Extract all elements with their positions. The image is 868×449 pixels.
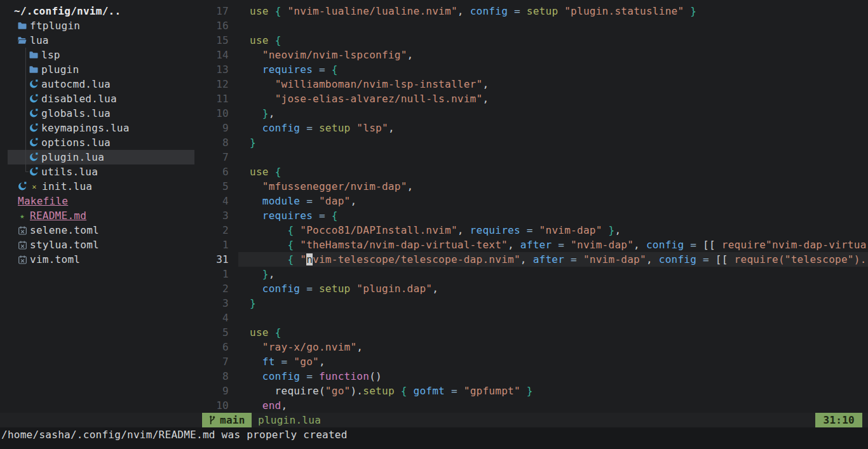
command-line-message: /home/sasha/.config/nvim/README.md was p… (0, 427, 868, 449)
line-number: 2 (195, 281, 229, 296)
tree-item[interactable]: Makefile (0, 194, 195, 208)
code-line[interactable]: 6use { (195, 164, 868, 179)
code-line[interactable]: 6 "ray-x/go.nvim", (195, 340, 868, 354)
code-line[interactable]: 14 "neovim/nvim-lspconfig", (195, 48, 868, 62)
code-line[interactable]: 12 "williamboman/nvim-lsp-installer", (195, 77, 868, 91)
tree-item-label: keymapings.lua (41, 122, 130, 134)
lua-icon (29, 109, 38, 119)
code-text: use { (229, 325, 281, 340)
code-line[interactable]: 15use { (195, 33, 868, 48)
toml-icon (18, 225, 27, 236)
tree-root-path: ~/.config/nvim/.. (0, 4, 195, 18)
tree-item-label: utils.lua (41, 166, 98, 178)
tree-item[interactable]: ftplugin (0, 18, 195, 33)
tree-item-label: disabled.lua (41, 93, 117, 105)
cursor-block: n (306, 253, 313, 265)
lua-icon (29, 94, 38, 104)
code-line[interactable]: 3 requires = { (195, 208, 868, 223)
folder-open-icon (18, 36, 27, 46)
code-line[interactable]: 16 (195, 18, 868, 33)
code-text: requires = { (229, 62, 338, 77)
star-icon: ★ (18, 211, 27, 221)
tree-item[interactable]: plugin (0, 62, 195, 77)
code-line[interactable]: 10 }, (195, 106, 868, 121)
code-text: config = function() (229, 369, 382, 384)
line-number: 5 (195, 325, 229, 340)
tree-item[interactable]: lua (0, 33, 195, 48)
code-line[interactable]: 1 { "theHamsta/nvim-dap-virtual-text", a… (195, 238, 868, 252)
code-line[interactable]: 17use { "nvim-lualine/lualine.nvim", con… (195, 4, 868, 18)
line-number: 1 (195, 238, 229, 252)
tree-item[interactable]: utils.lua (0, 164, 195, 179)
tree-item-label: options.lua (41, 137, 111, 149)
code-text (229, 311, 250, 325)
tree-item[interactable]: autocmd.lua (0, 77, 195, 91)
tree-item-label: init.lua (42, 180, 92, 192)
line-number: 8 (195, 135, 229, 150)
code-line[interactable]: 2 config = setup "plugin.dap", (195, 281, 868, 296)
tree-item[interactable]: disabled.lua (0, 91, 195, 106)
code-text: ft = "go", (229, 354, 325, 369)
tree-item[interactable]: vim.toml (0, 252, 195, 267)
tree-item-label: stylua.toml (30, 239, 99, 251)
code-line[interactable]: 5 "mfussenegger/nvim-dap", (195, 179, 868, 194)
code-line[interactable]: 7 ft = "go", (195, 354, 868, 369)
code-line[interactable]: 31 { "nvim-telescope/telescope-dap.nvim"… (195, 252, 868, 267)
lua-icon (29, 138, 38, 148)
code-line[interactable]: 13 requires = { (195, 62, 868, 77)
line-number: 9 (195, 121, 229, 135)
tree-item-label: selene.toml (30, 224, 99, 236)
code-line[interactable]: 5use { (195, 325, 868, 340)
code-text: "neovim/nvim-lspconfig", (229, 48, 413, 62)
tree-item[interactable]: lsp (0, 48, 195, 62)
toml-icon (18, 240, 27, 250)
code-line[interactable]: 4 (195, 311, 868, 325)
tree-item-label: Makefile (18, 195, 68, 207)
statusline-filename: plugin.lua (258, 413, 321, 427)
line-number: 31 (195, 252, 229, 267)
lua-icon (29, 152, 38, 163)
tree-item[interactable]: ★README.md (0, 208, 195, 223)
code-text: use { (229, 164, 281, 179)
line-number: 17 (195, 4, 229, 18)
tree-item[interactable]: ✕init.lua (0, 179, 195, 194)
code-line[interactable]: 3} (195, 296, 868, 311)
code-line[interactable]: 2 { "Pocco81/DAPInstall.nvim", requires … (195, 223, 868, 238)
line-number: 3 (195, 208, 229, 223)
code-text: { "Pocco81/DAPInstall.nvim", requires = … (229, 223, 621, 238)
tree-item[interactable]: options.lua (0, 135, 195, 150)
code-text: { "nvim-telescope/telescope-dap.nvim", a… (229, 252, 867, 267)
code-line[interactable]: 9 config = setup "lsp", (195, 121, 868, 135)
line-number: 10 (195, 106, 229, 121)
code-line[interactable]: 8} (195, 135, 868, 150)
line-number: 4 (195, 194, 229, 208)
tree-guide-line (25, 62, 29, 77)
tree-item-label: vim.toml (30, 253, 80, 265)
tree-item-label: README.md (30, 210, 86, 222)
tree-item[interactable]: selene.toml (0, 223, 195, 238)
code-text: "ray-x/go.nvim", (229, 340, 363, 354)
line-number: 5 (195, 179, 229, 194)
code-line[interactable]: 9 require("go").setup { gofmt = "gpfumpt… (195, 384, 868, 398)
line-number: 8 (195, 369, 229, 384)
code-line[interactable]: 7 (195, 150, 868, 164)
line-number: 3 (195, 296, 229, 311)
tree-item[interactable]: stylua.toml (0, 238, 195, 252)
line-number: 4 (195, 311, 229, 325)
tree-item[interactable]: keymapings.lua (0, 121, 195, 135)
tree-item[interactable]: globals.lua (0, 106, 195, 121)
code-line[interactable]: 1 }, (195, 267, 868, 281)
git-branch-icon (208, 415, 215, 426)
tree-item[interactable]: plugin.lua (0, 150, 195, 164)
code-line[interactable]: 4 module = "dap", (195, 194, 868, 208)
code-text (229, 150, 250, 164)
tree-items: ftpluginlualsppluginautocmd.luadisabled.… (0, 18, 195, 267)
lua-icon (29, 123, 38, 133)
code-line[interactable]: 11 "jose-elias-alvarez/null-ls.nvim", (195, 91, 868, 106)
line-number: 7 (195, 150, 229, 164)
tree-guide-line (25, 91, 29, 106)
code-editor[interactable]: 17use { "nvim-lualine/lualine.nvim", con… (195, 4, 868, 413)
code-line[interactable]: 8 config = function() (195, 369, 868, 384)
git-branch-badge: main (202, 413, 252, 427)
code-line[interactable]: 10 end, (195, 398, 868, 413)
